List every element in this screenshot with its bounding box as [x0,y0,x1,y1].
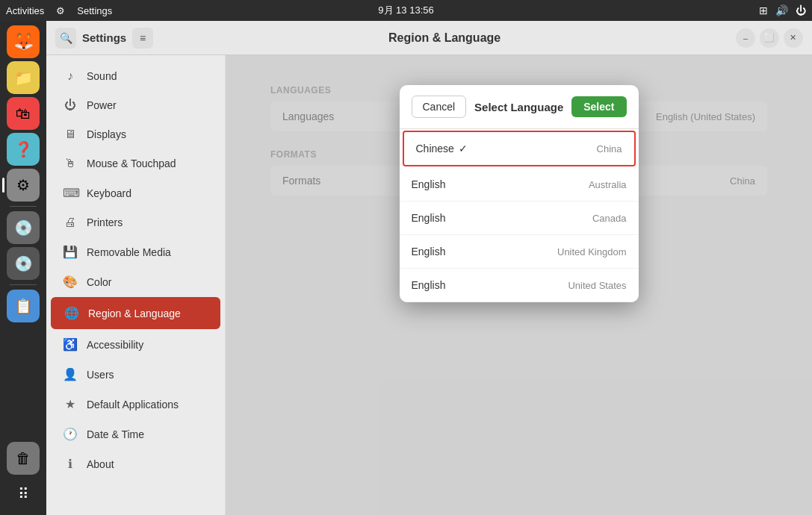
main-area: 🦊 📁 🛍 ❓ ⚙ 💿 💿 📋 🗑 ⠿ [0,21,812,515]
displays-icon: 🖥 [63,128,78,141]
sidebar-label-accessibility: Accessibility [87,339,143,351]
dock-item-software[interactable]: 🛍 [7,97,40,130]
volume-icon[interactable]: 🔊 [775,4,788,16]
dock-separator2 [10,284,37,285]
removable-media-icon: 💾 [63,245,78,259]
mouse-icon: 🖱 [63,157,78,170]
date-time-icon: 🕐 [63,427,78,441]
gear-icon: ⚙ [56,5,65,16]
sidebar-label-region: Region & Language [88,308,181,319]
main-panel: Languages Languages English (United Stat… [226,55,812,515]
sidebar-label-mouse: Mouse & Touchpad [87,157,176,169]
titlebar-right: – ⬜ ✕ [736,28,803,48]
sound-icon: ♪ [63,69,78,83]
sidebar-label-power: Power [87,99,117,111]
language-name-chinese: Chinese ✓ [416,143,468,154]
sidebar-label-users: Users [87,369,114,381]
sidebar-item-about[interactable]: ℹ About [51,449,220,478]
sidebar-item-color[interactable]: 🎨 Color [51,267,220,296]
printers-icon: 🖨 [63,216,78,229]
activities-label[interactable]: Activities [6,5,44,16]
window-titlebar: 🔍 Settings ≡ Region & Language – ⬜ ✕ [46,21,812,55]
sidebar-item-accessibility[interactable]: ♿ Accessibility [51,330,220,359]
minimize-button[interactable]: – [736,28,755,48]
selected-checkmark: ✓ [459,143,468,154]
sidebar-item-power[interactable]: ⏻ Power [51,91,220,119]
language-item-english-us[interactable]: English United States [400,269,639,302]
language-item-english-canada[interactable]: English Canada [400,202,639,235]
sidebar-item-displays[interactable]: 🖥 Displays [51,120,220,149]
sidebar-item-mouse-touchpad[interactable]: 🖱 Mouse & Touchpad [51,149,220,178]
sidebar-item-users[interactable]: 👤 Users [51,360,220,389]
titlebar-left: 🔍 Settings ≡ [55,28,153,49]
sidebar-item-default-apps[interactable]: ★ Default Applications [51,390,220,419]
network-icon: ⊞ [759,4,768,16]
about-icon: ℹ [63,457,78,471]
language-name-english-uk: English [412,246,446,258]
keyboard-icon: ⌨ [63,186,78,200]
region-language-title: Region & Language [388,31,500,45]
sidebar: ♪ Sound ⏻ Power 🖥 Displays 🖱 Mouse & Tou… [46,55,226,515]
default-apps-icon: ★ [63,397,78,411]
region-uk: United Kingdom [557,246,627,258]
language-item-english-uk[interactable]: English United Kingdom [400,235,639,269]
dialog-cancel-button[interactable]: Cancel [412,96,467,118]
dialog-select-button[interactable]: Select [571,96,626,117]
sidebar-label-keyboard: Keyboard [87,187,131,199]
dialog-header: Cancel Select Language Select [400,85,639,129]
maximize-button[interactable]: ⬜ [760,28,779,48]
sidebar-item-removable-media[interactable]: 💾 Removable Media [51,237,220,266]
color-icon: 🎨 [63,275,78,289]
select-language-dialog: Cancel Select Language Select Chinese ✓ [400,85,639,302]
power-icon[interactable]: ⏻ [796,4,806,16]
language-name-english-au: English [412,178,446,190]
settings-window: 🔍 Settings ≡ Region & Language – ⬜ ✕ ♪ S… [46,21,812,515]
dock-item-help[interactable]: ❓ [7,133,40,166]
sidebar-label-color: Color [87,276,111,288]
dialog-language-list: Chinese ✓ China English Australia [400,129,639,302]
accessibility-icon: ♿ [63,337,78,352]
sidebar-item-keyboard[interactable]: ⌨ Keyboard [51,178,220,207]
window-content: ♪ Sound ⏻ Power 🖥 Displays 🖱 Mouse & Tou… [46,55,812,515]
dock-item-apps[interactable]: ⠿ [7,478,40,511]
dock-item-disc1[interactable]: 💿 [7,211,40,244]
menu-button[interactable]: ≡ [132,28,153,49]
topbar-datetime: 9月 13 13:56 [378,4,433,17]
dock-item-notes[interactable]: 📋 [7,290,40,322]
dock-item-files[interactable]: 📁 [7,61,40,94]
dock-item-disc2[interactable]: 💿 [7,247,40,280]
language-item-chinese-china[interactable]: Chinese ✓ China [403,131,636,166]
settings-app-label: Settings [77,5,112,16]
sidebar-label-about: About [87,458,114,470]
sidebar-label-displays: Displays [87,128,126,140]
dock-separator [10,206,37,207]
sidebar-item-region-language[interactable]: 🌐 Region & Language [51,297,220,329]
language-name-english-ca: English [412,212,446,224]
sidebar-item-sound[interactable]: ♪ Sound [51,62,220,90]
language-item-english-australia[interactable]: English Australia [400,168,639,202]
search-button[interactable]: 🔍 [55,28,76,49]
users-icon: 👤 [63,367,78,381]
dialog-title: Select Language [472,101,565,113]
region-us: United States [568,280,626,291]
topbar-left: Activities ⚙ Settings [6,5,112,16]
topbar: Activities ⚙ Settings 9月 13 13:56 ⊞ 🔊 ⏻ [0,0,812,21]
close-button[interactable]: ✕ [784,28,803,48]
dock: 🦊 📁 🛍 ❓ ⚙ 💿 💿 📋 🗑 ⠿ [0,21,46,515]
sidebar-item-date-time[interactable]: 🕐 Date & Time [51,419,220,449]
dock-item-bin[interactable]: 🗑 [7,442,40,475]
region-canada: Canada [592,213,627,224]
region-australia: Australia [589,179,627,190]
dock-item-settings[interactable]: ⚙ [7,169,40,202]
sidebar-item-printers[interactable]: 🖨 Printers [51,208,220,237]
sidebar-label-sound: Sound [87,70,117,82]
topbar-right: ⊞ 🔊 ⏻ [759,4,806,16]
modal-overlay: Cancel Select Language Select Chinese ✓ [226,55,812,515]
sidebar-label-date-time: Date & Time [87,428,144,440]
region-language-icon: 🌐 [64,306,79,320]
sidebar-label-printers: Printers [87,216,123,228]
sidebar-label-removable: Removable Media [87,246,171,258]
dock-item-firefox[interactable]: 🦊 [7,25,40,58]
region-china: China [597,143,622,154]
language-name-english-us: English [412,279,446,291]
